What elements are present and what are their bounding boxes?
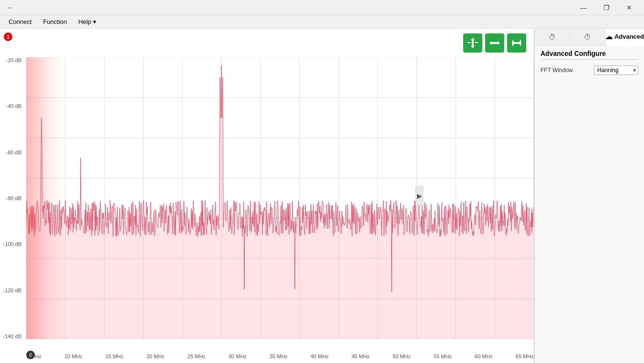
x-label-55mhz: 55 MHz [434,353,452,359]
svg-rect-0 [472,39,474,47]
x-label-30mhz: 30 MHz [229,353,247,359]
x-label-45mhz: 45 MHz [352,353,370,359]
menu-help[interactable]: Help ▾ [73,17,101,26]
chart-area: 1 [0,29,534,363]
expand-panel-arrow[interactable]: ▶ [415,186,423,205]
advanced-configure-label: Advanced Configure [540,50,606,57]
svg-marker-2 [471,46,475,48]
y-label-120db: -120 dB [0,288,24,293]
x-label-10mhz: 10 MHz [64,353,83,359]
menu-bar: Connect Function Help ▾ [0,15,644,29]
x-label-25mhz: 25 MHz [187,353,206,359]
panel-tabs: ⏱ ⏱ ☁ Advanced [535,29,644,46]
y-axis: -20 dB -40 dB -60 dB -80 dB -100 dB -120… [0,57,26,339]
badge-1: 1 [4,32,12,41]
x-axis: 5 MHz 10 MHz 15 MHz 20 MHz 25 MHz 30 MHz… [26,353,534,359]
svg-marker-6 [489,41,492,45]
panel-title-row: Advanced Configure [535,46,644,59]
svg-rect-11 [512,40,513,46]
main-container: 1 [0,29,644,363]
x-label-65mhz: 65 MHz [516,353,534,359]
x-label-15mhz: 15 MHz [105,353,124,359]
tab-advanced[interactable]: ☁ Advanced [605,29,644,46]
tab-1[interactable]: ⏱ [535,29,570,46]
x-label-60mhz: 60 MHz [475,353,493,359]
svg-rect-3 [467,42,471,43]
fft-window-select-wrapper[interactable]: Hanning Hamming Blackman Rectangular [594,65,638,75]
y-label-100db: -100 dB [0,241,24,247]
menu-connect[interactable]: Connect [4,17,36,26]
tab-2-icon: ⏱ [584,33,591,41]
y-label-60db: -60 dB [0,149,24,155]
zoom-horizontal-button[interactable] [485,33,504,53]
svg-rect-12 [520,40,521,46]
x-label-20mhz: 20 MHz [146,353,165,359]
x-label-50mhz: 50 MHz [393,353,411,359]
minimize-button[interactable]: — [572,0,594,15]
badge-zero: 0 [26,351,35,359]
chart-toolbar [463,33,526,53]
y-label-80db: -80 dB [0,195,24,201]
fft-window-select[interactable]: Hanning Hamming Blackman Rectangular [594,65,638,75]
spectrum-canvas-wrapper[interactable] [26,57,534,339]
maximize-button[interactable]: ❐ [595,0,617,15]
y-label-20db: -20 dB [0,57,24,63]
title-bar: ← — ❐ ✕ [0,0,644,15]
svg-rect-4 [475,42,478,43]
zoom-fit-button[interactable] [507,33,526,53]
y-label-140db: -140 dB [0,333,24,339]
y-label-40db: -40 dB [0,103,24,109]
tab-2[interactable]: ⏱ [570,29,605,46]
menu-function[interactable]: Function [38,17,72,26]
svg-marker-7 [498,41,500,45]
svg-marker-1 [471,38,475,40]
tab-advanced-label: Advanced [614,33,644,40]
x-label-35mhz: 35 MHz [270,353,288,359]
fft-window-row: FFT Window Hanning Hamming Blackman Rect… [535,64,644,77]
back-button[interactable]: ← [4,3,16,12]
right-panel: ⏱ ⏱ ☁ Advanced Advanced Configure FFT Wi… [534,29,644,363]
zoom-vertical-button[interactable] [463,33,482,53]
tab-1-icon: ⏱ [549,33,556,41]
close-button[interactable]: ✕ [618,0,640,15]
svg-rect-8 [513,42,520,44]
fft-window-label: FFT Window [540,67,573,74]
tab-advanced-icon: ☁ [605,32,613,41]
window-controls: — ❐ ✕ [572,0,640,15]
panel-divider [540,59,638,60]
x-label-40mhz: 40 MHz [311,353,329,359]
svg-rect-5 [491,42,499,44]
